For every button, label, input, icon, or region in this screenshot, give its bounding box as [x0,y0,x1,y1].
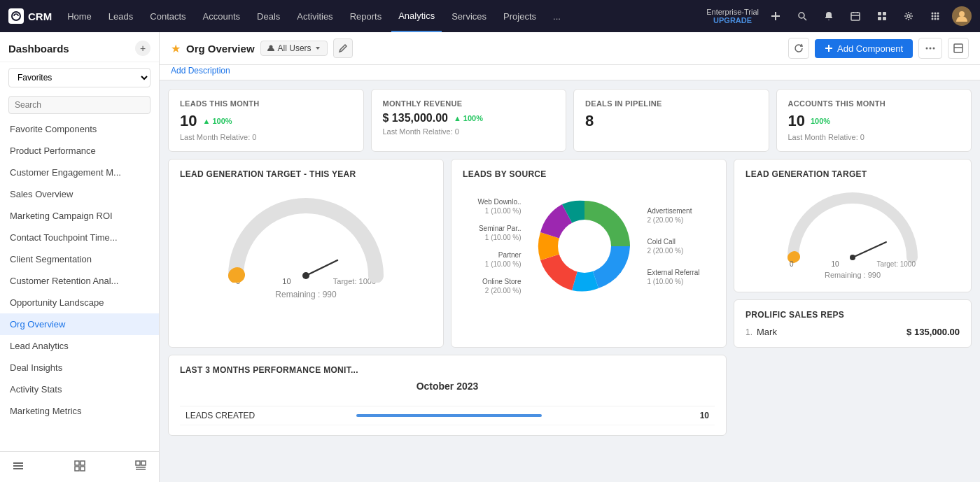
enterprise-badge[interactable]: Enterprise-Trial UPGRADE [706,8,759,24]
prolific-card: PROLIFIC SALES REPS 1. Mark $ 135,000.00 [734,299,972,348]
all-users-btn[interactable]: All Users [260,41,328,56]
sidebar-item-marketing-campaign[interactable]: Marketing Campaign ROI [0,205,159,227]
nav-item-leads[interactable]: Leads [102,0,140,32]
sidebar-dropdown-wrap: Favorites All Recent [8,68,150,87]
sidebar-footer-btn-2[interactable] [70,458,90,476]
bottom-row: LAST 3 MONTHS PERFORMANCE MONIT... Octob… [168,355,972,436]
svg-line-46 [853,242,886,257]
sidebar-item-opportunity-landscape[interactable]: Opportunity Landscape [0,292,159,313]
stat-badge-leads: ▲ 100% [202,117,232,125]
nav-item-contacts[interactable]: Contacts [143,0,192,32]
perf-col-bar [351,397,671,406]
grid-icon-btn[interactable] [872,6,892,26]
donut-labels-right: Advertisement2 (20.00 %) Cold Call2 (20.… [648,206,700,286]
prolific-row-1: 1. Mark $ 135,000.00 [746,327,960,337]
logo[interactable]: CRM [8,8,52,24]
nav-item-services[interactable]: Services [444,0,493,32]
stat-badge-revenue: ▲ 100% [454,114,483,122]
sidebar-item-lead-analytics[interactable]: Lead Analytics [0,335,159,357]
svg-rect-30 [80,467,85,471]
avatar[interactable] [952,6,972,26]
edit-dashboard-btn[interactable] [333,38,353,58]
svg-point-44 [302,272,309,279]
sidebar-item-sales-overview[interactable]: Sales Overview [0,183,159,205]
stat-value-accounts: 10 100% [788,112,960,130]
bottom-right-placeholder [734,355,972,436]
bell-icon-btn[interactable] [819,6,839,26]
sidebar-list: Favorite Components Product Performance … [0,118,159,451]
nav-item-projects[interactable]: Projects [496,0,543,32]
svg-rect-2 [771,15,780,17]
lead-gen-title: LEAD GENERATION TARGET - THIS YEAR [180,169,432,179]
refresh-btn[interactable] [788,38,809,59]
sidebar-item-activity-stats[interactable]: Activity Stats [0,378,159,400]
sidebar-item-customer-engagement[interactable]: Customer Engagement M... [0,162,159,183]
calendar-icon-btn[interactable] [846,6,865,26]
stat-sub-accounts: Last Month Relative: 0 [788,133,960,141]
sidebar-item-deal-insights[interactable]: Deal Insights [0,357,159,378]
main-layout: Dashboards + Favorites All Recent Favori… [0,32,980,482]
svg-rect-31 [136,461,140,465]
svg-rect-37 [825,48,832,49]
sidebar-item-client-segmentation[interactable]: Client Segmentation [0,248,159,270]
prolific-rep-name-1: Mark [757,327,777,337]
mini-gauge-card: LEAD GENERATION TARGET 0 10 [734,159,972,292]
nav-item-deals[interactable]: Deals [250,0,287,32]
label-seminar: Seminar Par..1 (10.00 %) [477,224,521,242]
sidebar-footer-btn-1[interactable] [8,458,28,476]
sidebar-dropdown[interactable]: Favorites All Recent [8,68,150,87]
svg-rect-10 [883,12,886,15]
nav-item-activities[interactable]: Activities [290,0,340,32]
svg-point-14 [932,13,934,15]
gauge-container: 0 10 Target: 1000 Remaining : 990 [180,185,432,306]
sidebar-item-favorite-components[interactable]: Favorite Components [0,118,159,140]
svg-point-0 [12,12,20,20]
sidebar-item-marketing-metrics[interactable]: Marketing Metrics [0,400,159,422]
lead-gen-chart-card: LEAD GENERATION TARGET - THIS YEAR [168,159,444,348]
sidebar-item-org-overview[interactable]: Org Overview [0,313,159,335]
layout-toggle-btn[interactable] [948,38,969,59]
perf-value-1: 10 [671,406,715,425]
perf-label-1: LEADS CREATED [180,406,351,425]
sidebar-footer-btn-3[interactable] [131,458,150,476]
upgrade-label[interactable]: UPGRADE [706,16,759,24]
search-icon-btn[interactable] [792,6,812,26]
sidebar-item-contact-touchpoint[interactable]: Contact Touchpoint Time... [0,227,159,248]
mini-gauge-remaining: Remaining : 990 [825,271,881,279]
stat-label-leads: LEADS THIS MONTH [180,99,352,108]
svg-rect-25 [13,462,23,464]
label-advertisement: Advertisement2 (20.00 %) [648,206,700,225]
svg-point-16 [937,13,939,15]
add-component-btn[interactable]: Add Component [815,39,913,58]
dashboard-star-icon[interactable]: ★ [171,42,181,55]
nav-item-reports[interactable]: Reports [343,0,389,32]
svg-point-23 [959,11,965,17]
perf-card: LAST 3 MONTHS PERFORMANCE MONIT... Octob… [168,355,727,436]
add-description-link[interactable]: Add Description [171,64,230,77]
svg-point-47 [850,255,855,260]
label-partner: Partner1 (10.00 %) [477,250,521,269]
sidebar-add-btn[interactable]: + [135,41,150,56]
svg-rect-26 [13,468,23,469]
nav-item-analytics[interactable]: Analytics [391,0,442,32]
plus-icon-btn[interactable] [766,6,785,26]
main-content: ★ Org Overview All Users Add Component [160,32,980,482]
nav-item-more[interactable]: ... [546,0,568,32]
sidebar-search-input[interactable] [8,96,150,114]
nav-right: Enterprise-Trial UPGRADE [706,6,972,26]
sidebar: Dashboards + Favorites All Recent Favori… [0,32,160,482]
nav-item-accounts[interactable]: Accounts [196,0,247,32]
more-options-btn[interactable] [918,38,942,59]
nav-item-home[interactable]: Home [60,0,99,32]
sidebar-item-customer-retention[interactable]: Customer Retention Anal... [0,270,159,292]
settings-icon-btn[interactable] [899,6,918,26]
stat-value-revenue: $ 135,000.00 ▲ 100% [383,112,555,125]
sidebar-item-product-performance[interactable]: Product Performance [0,140,159,162]
svg-rect-5 [851,13,860,20]
svg-rect-29 [75,467,79,471]
apps-icon-btn[interactable] [925,6,945,26]
prolific-amount-1: $ 135,000.00 [906,327,960,337]
dashboard-title: Org Overview [186,43,255,55]
sidebar-footer [0,451,159,482]
svg-point-40 [933,48,935,50]
